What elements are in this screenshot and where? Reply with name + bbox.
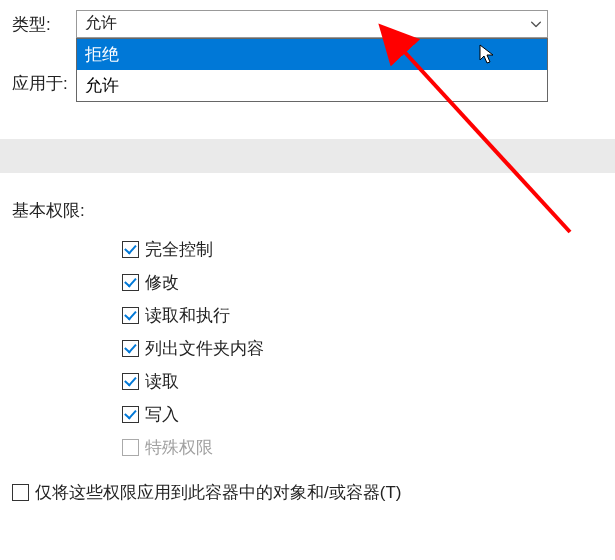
checkbox-icon[interactable] [122,406,139,423]
chevron-down-icon [531,19,541,30]
perm-label: 读取 [145,370,179,393]
type-dropdown-list: 拒绝 允许 [76,38,548,102]
permissions-list: 完全控制 修改 读取和执行 列出文件夹内容 读取 写入 特殊权限 [122,238,603,459]
perm-label: 写入 [145,403,179,426]
permissions-section: 基本权限: 完全控制 修改 读取和执行 列出文件夹内容 读取 写入 [0,173,615,459]
perm-item-modify[interactable]: 修改 [122,271,603,294]
checkbox-icon[interactable] [122,274,139,291]
divider-band [0,139,615,173]
perm-label: 完全控制 [145,238,213,261]
checkbox-icon[interactable] [12,484,29,501]
perm-label: 列出文件夹内容 [145,337,264,360]
basic-permissions-title: 基本权限: [12,199,603,222]
perm-item-read-execute[interactable]: 读取和执行 [122,304,603,327]
dropdown-option-deny[interactable]: 拒绝 [77,39,547,70]
checkbox-icon[interactable] [122,241,139,258]
checkbox-icon[interactable] [122,307,139,324]
top-form-section: 类型: 允许 拒绝 允许 [0,0,615,95]
type-dropdown[interactable]: 允许 [76,10,548,38]
perm-item-special: 特殊权限 [122,436,603,459]
dropdown-option-label: 允许 [85,76,119,95]
perm-item-list-folder[interactable]: 列出文件夹内容 [122,337,603,360]
perm-label: 特殊权限 [145,436,213,459]
apply-only-label: 仅将这些权限应用到此容器中的对象和/或容器(T) [35,481,401,504]
perm-item-full-control[interactable]: 完全控制 [122,238,603,261]
type-row: 类型: 允许 拒绝 允许 [12,10,603,38]
applies-to-label: 应用于: [12,72,76,95]
dropdown-option-allow[interactable]: 允许 [77,70,547,101]
perm-label: 修改 [145,271,179,294]
type-dropdown-selected: 允许 [85,14,117,31]
type-dropdown-container: 允许 拒绝 允许 [76,10,548,38]
apply-only-checkbox-row[interactable]: 仅将这些权限应用到此容器中的对象和/或容器(T) [12,481,615,504]
dropdown-option-label: 拒绝 [85,45,119,64]
cursor-icon [479,44,497,71]
perm-item-write[interactable]: 写入 [122,403,603,426]
type-label: 类型: [12,13,76,36]
checkbox-icon[interactable] [122,373,139,390]
perm-item-read[interactable]: 读取 [122,370,603,393]
perm-label: 读取和执行 [145,304,230,327]
checkbox-icon [122,439,139,456]
checkbox-icon[interactable] [122,340,139,357]
